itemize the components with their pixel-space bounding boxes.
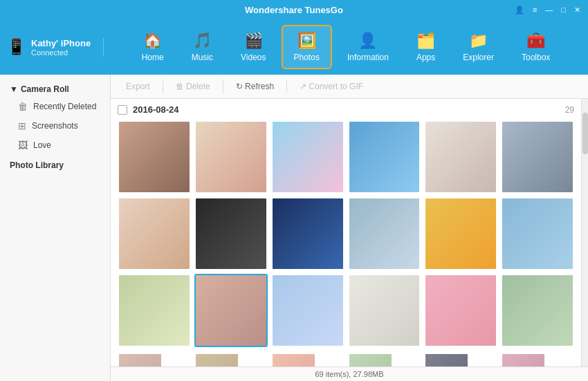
photo-image — [119, 275, 190, 346]
device-icon: 📱 — [7, 38, 26, 56]
refresh-button[interactable]: ↻ Refresh — [228, 79, 282, 94]
window-controls[interactable]: 👤 ≡ — □ ✕ — [513, 5, 582, 15]
minimize-button[interactable]: — — [543, 5, 555, 15]
screenshots-icon: ⊞ — [18, 120, 26, 131]
photo-image — [196, 198, 266, 269]
date-checkbox[interactable] — [118, 105, 127, 115]
sidebar-item-photo-library[interactable]: Photo Library — [0, 155, 110, 176]
photo-thumb[interactable] — [271, 353, 316, 366]
sidebar-item-screenshots[interactable]: ⊞ Screenshots — [0, 116, 110, 136]
date-label: 2016-08-24 — [133, 104, 179, 115]
photo-thumb[interactable] — [118, 353, 163, 366]
nav-tab-home[interactable]: 🏠 Home — [129, 25, 176, 69]
photo-thumb[interactable] — [424, 353, 469, 366]
photo-image — [349, 275, 420, 346]
device-info: 📱 Kathy' iPhone Connected — [7, 38, 104, 57]
nav-tab-information[interactable]: 👤 Information — [335, 25, 401, 69]
toolbar-divider-2 — [223, 80, 223, 93]
photo-thumb[interactable] — [348, 274, 421, 347]
photos-icon: 🖼️ — [297, 32, 316, 50]
photo-thumb[interactable] — [194, 274, 268, 347]
scrollbar-thumb[interactable] — [582, 113, 588, 154]
nav-tab-music[interactable]: 🎵 Music — [179, 25, 226, 69]
sidebar-label-screenshots: Screenshots — [32, 121, 78, 131]
maximize-button[interactable]: □ — [559, 5, 568, 15]
sidebar-group-camera-roll[interactable]: ▼ Camera Roll — [0, 82, 110, 97]
photo-thumb[interactable] — [194, 353, 239, 366]
home-icon: 🏠 — [143, 32, 162, 50]
photo-thumb[interactable] — [501, 274, 574, 347]
photo-image — [502, 354, 544, 366]
nav-tab-videos[interactable]: 🎬 Videos — [228, 25, 278, 69]
photo-image — [196, 122, 266, 192]
photo-thumb[interactable] — [501, 353, 546, 366]
photo-image — [119, 198, 190, 269]
photo-thumb[interactable] — [348, 197, 421, 270]
photo-image — [502, 275, 573, 346]
photo-thumb[interactable] — [118, 120, 191, 194]
toolbox-icon: 🧰 — [526, 32, 545, 50]
delete-button[interactable]: 🗑 Delete — [167, 79, 219, 94]
photo-grid-partial — [118, 353, 574, 366]
sidebar-item-recently-deleted[interactable]: 🗑 Recently Deleted — [0, 97, 110, 116]
photo-thumb[interactable] — [501, 197, 574, 270]
export-button[interactable]: Export — [118, 79, 158, 94]
music-icon: 🎵 — [193, 32, 212, 50]
photo-thumb[interactable] — [194, 197, 268, 270]
menu-icon[interactable]: ≡ — [531, 5, 539, 15]
photo-thumb[interactable] — [118, 274, 191, 347]
nav-tab-apps[interactable]: 🗂️ Apps — [404, 25, 448, 69]
nav-tab-toolbox[interactable]: 🧰 Toolbox — [509, 25, 562, 69]
user-icon[interactable]: 👤 — [513, 5, 526, 15]
nav-tab-label-toolbox: Toolbox — [522, 53, 550, 62]
convert-gif-button[interactable]: ↗ Convert to GIF — [291, 79, 371, 94]
photo-thumb[interactable] — [348, 353, 393, 366]
nav-tab-photos[interactable]: 🖼️ Photos — [282, 25, 332, 69]
nav-tab-label-information: Information — [347, 53, 389, 62]
photo-thumb[interactable] — [118, 197, 191, 270]
information-icon: 👤 — [358, 32, 377, 50]
photo-grid-area[interactable]: 2016-08-24 29 — [111, 99, 581, 366]
photo-thumb[interactable] — [271, 274, 344, 347]
scrollbar-track[interactable] — [581, 99, 588, 366]
toolbar-divider-3 — [286, 80, 287, 93]
photo-image — [349, 354, 392, 366]
toolbar-divider-1 — [163, 80, 163, 93]
toolbar: Export 🗑 Delete ↻ Refresh ↗ Convert to G… — [111, 75, 588, 99]
photo-area-wrapper: 2016-08-24 29 — [111, 99, 588, 366]
app-title: Wondershare TunesGo — [245, 5, 343, 15]
explorer-icon: 📁 — [469, 32, 488, 50]
title-bar: Wondershare TunesGo 👤 ≡ — □ ✕ — [0, 0, 588, 19]
nav-tab-label-home: Home — [142, 53, 164, 62]
photo-image — [196, 275, 266, 346]
photo-image — [119, 354, 161, 366]
nav-bar: 📱 Kathy' iPhone Connected 🏠 Home 🎵 Music… — [0, 19, 588, 75]
photo-image — [425, 198, 496, 269]
nav-tab-explorer[interactable]: 📁 Explorer — [450, 25, 506, 69]
photo-image — [425, 275, 496, 346]
photo-thumb[interactable] — [348, 120, 421, 194]
chevron-down-icon: ▼ — [10, 84, 18, 94]
recently-deleted-icon: 🗑 — [18, 101, 28, 112]
photo-thumb[interactable] — [271, 197, 344, 270]
videos-icon: 🎬 — [244, 32, 263, 50]
love-icon: 🖼 — [18, 140, 28, 151]
photo-image — [273, 198, 343, 269]
photo-image — [349, 122, 420, 192]
photo-thumb[interactable] — [501, 120, 574, 194]
status-text: 69 item(s), 27.98MB — [315, 370, 383, 378]
photo-image — [196, 354, 238, 366]
nav-tab-label-videos: Videos — [241, 53, 266, 62]
photo-thumb[interactable] — [424, 120, 497, 194]
photo-image — [502, 122, 573, 192]
photo-thumb[interactable] — [194, 120, 268, 194]
close-button[interactable]: ✕ — [572, 5, 582, 15]
photo-thumb[interactable] — [424, 274, 497, 347]
photo-thumb[interactable] — [271, 120, 344, 194]
date-header: 2016-08-24 29 — [118, 104, 574, 115]
sidebar-item-love[interactable]: 🖼 Love — [0, 136, 110, 155]
content-area: Export 🗑 Delete ↻ Refresh ↗ Convert to G… — [111, 75, 588, 381]
nav-tab-label-photos: Photos — [294, 53, 320, 62]
nav-tab-label-apps: Apps — [416, 53, 435, 62]
photo-thumb[interactable] — [424, 197, 497, 270]
